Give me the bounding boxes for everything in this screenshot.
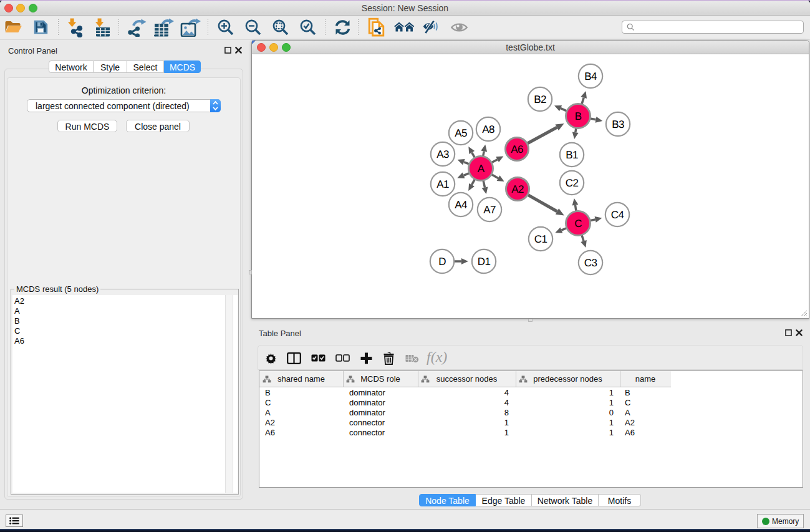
svg-text:A6: A6 xyxy=(511,143,523,155)
svg-text:A: A xyxy=(478,163,485,175)
svg-text:D: D xyxy=(438,256,446,268)
svg-text:D1: D1 xyxy=(478,256,491,268)
svg-text:A5: A5 xyxy=(455,127,467,139)
svg-text:C2: C2 xyxy=(566,177,579,189)
svg-text:C3: C3 xyxy=(584,257,597,269)
svg-text:C4: C4 xyxy=(611,209,624,221)
svg-text:C: C xyxy=(574,218,582,230)
svg-text:A2: A2 xyxy=(511,183,524,195)
svg-text:B2: B2 xyxy=(534,94,546,105)
svg-text:A4: A4 xyxy=(455,199,467,211)
svg-text:C1: C1 xyxy=(534,233,547,245)
svg-text:B3: B3 xyxy=(612,118,624,130)
svg-text:A7: A7 xyxy=(483,204,496,216)
svg-text:A8: A8 xyxy=(482,123,494,135)
svg-text:B: B xyxy=(575,110,582,122)
svg-text:A1: A1 xyxy=(436,178,449,190)
svg-text:B1: B1 xyxy=(566,149,578,161)
svg-text:B4: B4 xyxy=(584,70,597,82)
svg-text:A3: A3 xyxy=(436,148,449,160)
